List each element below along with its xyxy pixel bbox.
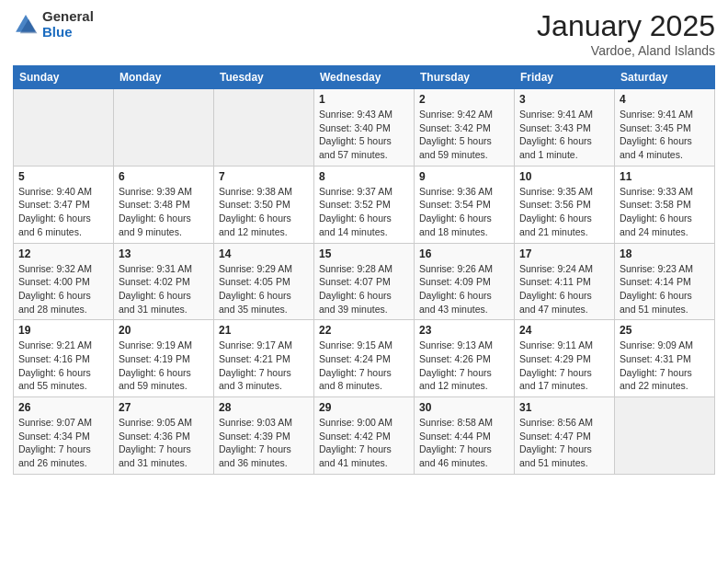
calendar-body: 1Sunrise: 9:43 AM Sunset: 3:40 PM Daylig… — [14, 89, 715, 475]
calendar-cell: 23Sunrise: 9:13 AM Sunset: 4:26 PM Dayli… — [415, 320, 515, 397]
days-of-week-row: SundayMondayTuesdayWednesdayThursdayFrid… — [14, 66, 715, 89]
calendar-cell: 17Sunrise: 9:24 AM Sunset: 4:11 PM Dayli… — [515, 243, 615, 320]
calendar-cell — [615, 397, 715, 475]
day-number: 20 — [119, 324, 209, 337]
day-info: Sunrise: 9:29 AM Sunset: 4:05 PM Dayligh… — [219, 262, 309, 316]
day-info: Sunrise: 9:39 AM Sunset: 3:48 PM Dayligh… — [119, 185, 209, 239]
day-number: 3 — [519, 93, 609, 106]
logo-blue: Blue — [42, 25, 94, 40]
calendar-cell: 10Sunrise: 9:35 AM Sunset: 3:56 PM Dayli… — [515, 166, 615, 243]
day-number: 30 — [419, 401, 509, 414]
day-info: Sunrise: 9:24 AM Sunset: 4:11 PM Dayligh… — [519, 262, 609, 316]
dow-header: Saturday — [615, 66, 715, 89]
day-info: Sunrise: 9:33 AM Sunset: 3:58 PM Dayligh… — [620, 185, 710, 239]
calendar-cell: 12Sunrise: 9:32 AM Sunset: 4:00 PM Dayli… — [14, 243, 114, 320]
calendar-cell: 20Sunrise: 9:19 AM Sunset: 4:19 PM Dayli… — [114, 320, 214, 397]
day-number: 28 — [219, 401, 309, 414]
day-info: Sunrise: 9:23 AM Sunset: 4:14 PM Dayligh… — [620, 262, 710, 316]
calendar-cell: 4Sunrise: 9:41 AM Sunset: 3:45 PM Daylig… — [615, 89, 715, 167]
calendar-cell: 19Sunrise: 9:21 AM Sunset: 4:16 PM Dayli… — [14, 320, 114, 397]
day-number: 18 — [620, 247, 710, 260]
day-number: 22 — [319, 324, 409, 337]
day-number: 25 — [620, 324, 710, 337]
calendar-week-row: 5Sunrise: 9:40 AM Sunset: 3:47 PM Daylig… — [14, 166, 715, 243]
calendar-cell: 26Sunrise: 9:07 AM Sunset: 4:34 PM Dayli… — [14, 397, 114, 475]
calendar-cell: 25Sunrise: 9:09 AM Sunset: 4:31 PM Dayli… — [615, 320, 715, 397]
day-number: 11 — [620, 170, 710, 183]
day-number: 13 — [119, 247, 209, 260]
title-block: January 2025 Vardoe, Aland Islands — [537, 9, 715, 58]
header: General Blue January 2025 Vardoe, Aland … — [13, 9, 715, 58]
logo-text: General Blue — [42, 9, 94, 40]
dow-header: Monday — [114, 66, 214, 89]
calendar-cell: 13Sunrise: 9:31 AM Sunset: 4:02 PM Dayli… — [114, 243, 214, 320]
day-info: Sunrise: 9:11 AM Sunset: 4:29 PM Dayligh… — [519, 339, 609, 393]
logo-general: General — [42, 9, 94, 25]
day-info: Sunrise: 9:41 AM Sunset: 3:45 PM Dayligh… — [620, 108, 710, 162]
day-number: 4 — [620, 93, 710, 106]
day-number: 14 — [219, 247, 309, 260]
day-info: Sunrise: 9:38 AM Sunset: 3:50 PM Dayligh… — [219, 185, 309, 239]
calendar-week-row: 19Sunrise: 9:21 AM Sunset: 4:16 PM Dayli… — [14, 320, 715, 397]
day-info: Sunrise: 9:13 AM Sunset: 4:26 PM Dayligh… — [419, 339, 509, 393]
calendar-week-row: 12Sunrise: 9:32 AM Sunset: 4:00 PM Dayli… — [14, 243, 715, 320]
day-info: Sunrise: 9:07 AM Sunset: 4:34 PM Dayligh… — [18, 416, 108, 470]
calendar-cell: 8Sunrise: 9:37 AM Sunset: 3:52 PM Daylig… — [314, 166, 415, 243]
day-info: Sunrise: 9:28 AM Sunset: 4:07 PM Dayligh… — [319, 262, 409, 316]
dow-header: Sunday — [14, 66, 114, 89]
day-info: Sunrise: 9:43 AM Sunset: 3:40 PM Dayligh… — [319, 108, 409, 162]
day-info: Sunrise: 9:17 AM Sunset: 4:21 PM Dayligh… — [219, 339, 309, 393]
day-info: Sunrise: 8:58 AM Sunset: 4:44 PM Dayligh… — [419, 416, 509, 470]
calendar-cell: 7Sunrise: 9:38 AM Sunset: 3:50 PM Daylig… — [214, 166, 314, 243]
day-info: Sunrise: 9:31 AM Sunset: 4:02 PM Dayligh… — [119, 262, 209, 316]
calendar-cell: 28Sunrise: 9:03 AM Sunset: 4:39 PM Dayli… — [214, 397, 314, 475]
day-number: 6 — [119, 170, 209, 183]
day-number: 10 — [519, 170, 609, 183]
logo: General Blue — [13, 9, 94, 40]
day-number: 2 — [419, 93, 509, 106]
calendar-cell: 14Sunrise: 9:29 AM Sunset: 4:05 PM Dayli… — [214, 243, 314, 320]
day-number: 12 — [18, 247, 108, 260]
day-info: Sunrise: 9:05 AM Sunset: 4:36 PM Dayligh… — [119, 416, 209, 470]
dow-header: Wednesday — [314, 66, 415, 89]
day-info: Sunrise: 9:19 AM Sunset: 4:19 PM Dayligh… — [119, 339, 209, 393]
day-number: 21 — [219, 324, 309, 337]
day-info: Sunrise: 9:41 AM Sunset: 3:43 PM Dayligh… — [519, 108, 609, 162]
day-info: Sunrise: 9:09 AM Sunset: 4:31 PM Dayligh… — [620, 339, 710, 393]
dow-header: Tuesday — [214, 66, 314, 89]
day-info: Sunrise: 9:36 AM Sunset: 3:54 PM Dayligh… — [419, 185, 509, 239]
day-number: 27 — [119, 401, 209, 414]
calendar-cell: 5Sunrise: 9:40 AM Sunset: 3:47 PM Daylig… — [14, 166, 114, 243]
day-number: 8 — [319, 170, 409, 183]
calendar-cell: 15Sunrise: 9:28 AM Sunset: 4:07 PM Dayli… — [314, 243, 415, 320]
day-info: Sunrise: 9:35 AM Sunset: 3:56 PM Dayligh… — [519, 185, 609, 239]
calendar-cell: 9Sunrise: 9:36 AM Sunset: 3:54 PM Daylig… — [415, 166, 515, 243]
day-info: Sunrise: 8:56 AM Sunset: 4:47 PM Dayligh… — [519, 416, 609, 470]
calendar-cell — [14, 89, 114, 167]
calendar-cell: 22Sunrise: 9:15 AM Sunset: 4:24 PM Dayli… — [314, 320, 415, 397]
calendar-cell: 1Sunrise: 9:43 AM Sunset: 3:40 PM Daylig… — [314, 89, 415, 167]
calendar-cell — [214, 89, 314, 167]
day-number: 31 — [519, 401, 609, 414]
day-info: Sunrise: 9:32 AM Sunset: 4:00 PM Dayligh… — [18, 262, 108, 316]
day-info: Sunrise: 9:37 AM Sunset: 3:52 PM Dayligh… — [319, 185, 409, 239]
calendar-cell: 29Sunrise: 9:00 AM Sunset: 4:42 PM Dayli… — [314, 397, 415, 475]
calendar-week-row: 1Sunrise: 9:43 AM Sunset: 3:40 PM Daylig… — [14, 89, 715, 167]
calendar-cell: 18Sunrise: 9:23 AM Sunset: 4:14 PM Dayli… — [615, 243, 715, 320]
day-info: Sunrise: 9:15 AM Sunset: 4:24 PM Dayligh… — [319, 339, 409, 393]
day-info: Sunrise: 9:26 AM Sunset: 4:09 PM Dayligh… — [419, 262, 509, 316]
calendar-cell: 21Sunrise: 9:17 AM Sunset: 4:21 PM Dayli… — [214, 320, 314, 397]
day-number: 19 — [18, 324, 108, 337]
day-info: Sunrise: 9:21 AM Sunset: 4:16 PM Dayligh… — [18, 339, 108, 393]
location: Vardoe, Aland Islands — [537, 43, 715, 58]
day-number: 29 — [319, 401, 409, 414]
month-title: January 2025 — [537, 9, 715, 43]
calendar-cell: 16Sunrise: 9:26 AM Sunset: 4:09 PM Dayli… — [415, 243, 515, 320]
calendar-cell: 2Sunrise: 9:42 AM Sunset: 3:42 PM Daylig… — [415, 89, 515, 167]
calendar-cell — [114, 89, 214, 167]
logo-icon — [13, 12, 39, 38]
calendar-cell: 31Sunrise: 8:56 AM Sunset: 4:47 PM Dayli… — [515, 397, 615, 475]
day-info: Sunrise: 9:40 AM Sunset: 3:47 PM Dayligh… — [18, 185, 108, 239]
day-number: 16 — [419, 247, 509, 260]
day-number: 7 — [219, 170, 309, 183]
